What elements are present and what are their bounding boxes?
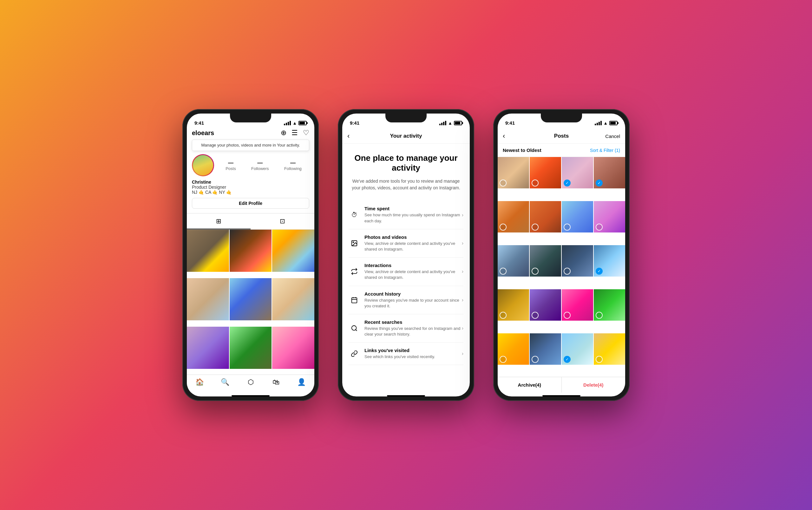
status-time-3: 9:41 [505,120,515,126]
notifications-icon[interactable]: ♡ [303,129,309,137]
phone-3: 9:41 ▲ ‹ Posts Cancel Newest to [493,109,630,401]
activity-item-account-history[interactable]: Account history Review changes you've ma… [349,286,463,314]
select-thumb-14[interactable] [530,289,561,321]
cancel-button[interactable]: Cancel [605,133,620,139]
select-thumb-8[interactable] [594,201,625,233]
select-circle-16 [596,312,603,319]
notch-2 [385,114,427,122]
recent-searches-title: Recent searches [365,320,462,325]
tooltip-text: Manage your photos, videos and more in Y… [201,143,300,148]
home-indicator-2 [387,395,425,396]
stat-followers: — Followers [251,160,269,171]
select-circle-6 [531,223,539,231]
bio-job: Product Designer [192,185,309,190]
select-thumb-6[interactable] [530,201,561,233]
activity-item-recent-searches[interactable]: Recent searches Review things you've sea… [349,314,463,342]
activity-item-photos[interactable]: Photos and videos View, archive or delet… [349,229,463,258]
activity-hero-title: One place to manage your activity [349,153,463,173]
select-thumb-7[interactable] [562,201,593,233]
nav-profile[interactable]: 👤 [289,378,314,386]
select-thumb-4[interactable]: ✓ [594,157,625,188]
select-thumb-3[interactable]: ✓ [562,157,593,188]
back-button-2[interactable]: ‹ [347,132,350,140]
time-desc: See how much time you usually spend on I… [365,212,462,223]
activity-hero-subtitle: We've added more tools for you to review… [349,178,463,191]
tooltip-banner[interactable]: Manage your photos, videos and more in Y… [192,140,309,151]
delete-button[interactable]: Delete(4) [562,377,626,393]
select-circle-2 [531,180,539,186]
interactions-title: Interactions [365,263,462,268]
following-count: — [284,160,302,166]
post-thumb-6[interactable] [272,278,314,320]
select-circle-9 [499,268,506,275]
select-thumb-20[interactable] [594,333,625,365]
select-circle-8 [596,223,603,231]
wifi-icon-1: ▲ [292,121,297,126]
archive-button[interactable]: Archive(4) [498,377,562,393]
select-circle-10 [531,268,539,275]
account-history-title: Account history [365,291,462,297]
activity-item-links[interactable]: Links you've visited See which links you… [349,342,463,365]
add-post-icon[interactable]: ⊕ [281,129,286,137]
select-circle-15 [563,312,571,319]
nav-reels[interactable]: ⬡ [238,378,263,386]
stat-posts: — Posts [226,160,236,171]
post-thumb-9[interactable] [272,327,314,369]
nav-shop[interactable]: 🛍 [263,378,289,386]
nav-search[interactable]: 🔍 [212,378,238,386]
tab-tagged[interactable]: ⊡ [251,213,314,229]
select-thumb-1[interactable] [498,157,529,188]
post-thumb-7[interactable] [187,327,229,369]
post-thumb-1[interactable] [187,230,229,272]
posts-count: — [226,160,236,166]
select-thumb-13[interactable] [498,289,529,321]
post-thumb-4[interactable] [187,278,229,320]
select-thumb-2[interactable] [530,157,561,188]
select-thumb-5[interactable] [498,201,529,233]
avatar-image [193,155,213,175]
nav-home[interactable]: 🏠 [187,378,212,386]
activity-text-account-history: Account history Review changes you've ma… [365,291,462,309]
following-label: Following [284,166,302,171]
phone1-content: eloears ⊕ ☰ ♡ Manage your photos, videos… [187,127,314,374]
battery-icon-3 [609,121,617,125]
select-thumb-10[interactable] [530,245,561,276]
activity-text-links: Links you've visited See which links you… [365,348,462,360]
activity-item-time-spent[interactable]: ⏱ Time spent See how much time you usual… [349,201,463,229]
select-circle-18 [531,356,539,363]
select-thumb-15[interactable] [562,289,593,321]
select-circle-20 [596,356,603,363]
posts-filter-bar: Newest to Oldest Sort & Filter (1) [498,144,625,157]
signal-icon-3 [595,121,602,125]
select-thumb-12[interactable]: ✓ [594,245,625,276]
tab-grid[interactable]: ⊞ [187,213,251,229]
edit-profile-button[interactable]: Edit Profile [192,198,309,209]
avatar-ring[interactable] [192,154,214,176]
post-thumb-8[interactable] [230,327,272,369]
back-button-3[interactable]: ‹ [503,132,505,140]
select-thumb-18[interactable] [530,333,561,365]
notch-1 [230,114,271,122]
recent-searches-icon [349,323,360,334]
post-thumb-5[interactable] [230,278,272,320]
post-thumb-3[interactable] [272,230,314,272]
post-thumb-2[interactable] [230,230,272,272]
activity-item-interactions[interactable]: Interactions View, archive or delete con… [349,258,463,286]
account-history-icon [349,294,360,306]
sort-filter-button[interactable]: Sort & Filter (1) [590,148,620,153]
home-indicator-3 [542,395,580,396]
activity-content: One place to manage your activity We've … [342,144,470,393]
activity-header: ‹ Your activity [342,127,470,144]
select-thumb-11[interactable] [562,245,593,276]
status-icons-3: ▲ [595,121,617,126]
links-title: Links you've visited [365,348,462,353]
activity-title: Your activity [390,133,422,139]
chevron-icon-2: › [462,240,463,246]
menu-icon[interactable]: ☰ [291,129,298,137]
profile-bio: Christine Product Designer NJ 🤙 CA 🤙 NY … [187,180,314,198]
select-thumb-19[interactable]: ✓ [562,333,593,365]
select-thumb-17[interactable] [498,333,529,365]
select-thumb-16[interactable] [594,289,625,321]
select-thumb-9[interactable] [498,245,529,276]
posts-label: Posts [226,166,236,171]
